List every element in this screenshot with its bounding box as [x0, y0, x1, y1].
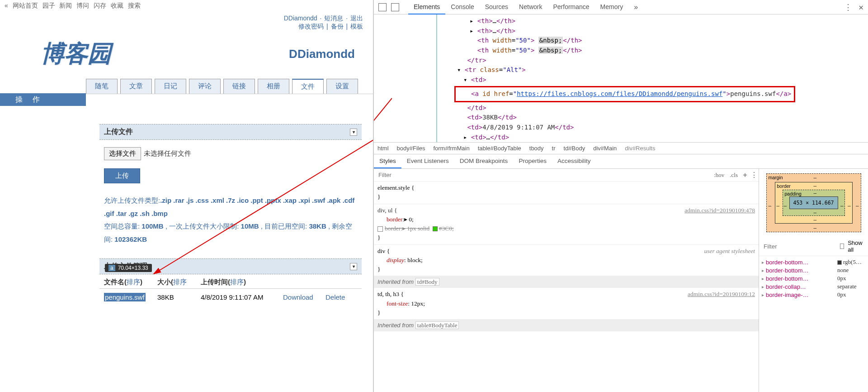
close-icon[interactable]: ✕ [859, 2, 863, 12]
styles-filter-input[interactable] [374, 169, 711, 181]
subtab-properties[interactable]: Properties [513, 154, 552, 168]
upload-panel-title: 上传文件 [104, 127, 133, 137]
tab-settings[interactable]: 设置 [326, 79, 358, 94]
elements-tree[interactable]: ▸ <th>…</th> ▸ <th>…</th> <th width="50"… [374, 14, 868, 142]
shortmsg-link[interactable]: 短消息 [324, 14, 343, 22]
changepw-link[interactable]: 修改密码 [298, 23, 324, 30]
styles-menu-icon[interactable]: ⋮ [750, 171, 759, 179]
nav-yard[interactable]: 园子 [42, 2, 55, 9]
download-link[interactable]: Download [283, 293, 313, 301]
highlighted-element-box: <a id href="https://files.cnblogs.com/fi… [454, 86, 795, 102]
subtab-a11y[interactable]: Accessibility [552, 154, 596, 168]
sort-by-size[interactable]: 排序 [173, 278, 187, 286]
file-table-header: 文件名(排序) 大小(排序 上传时间(排序) [99, 274, 362, 289]
site-logo[interactable]: 博客园 [41, 38, 111, 70]
cls-toggle[interactable]: .cls [727, 172, 741, 179]
nav-search[interactable]: 搜索 [128, 2, 141, 9]
nav-fav[interactable]: 收藏 [111, 2, 123, 9]
new-rule-button[interactable]: + [741, 171, 750, 179]
file-name-link[interactable]: penguins.swf [104, 293, 146, 301]
upload-panel-header: 上传文件 ▾ [99, 124, 362, 140]
delete-link[interactable]: Delete [326, 293, 345, 301]
dt-tab-console[interactable]: Console [445, 0, 479, 14]
choose-file-button[interactable]: 选择文件 [104, 147, 141, 160]
dt-tab-elements[interactable]: Elements [408, 0, 445, 14]
sort-by-name[interactable]: 排序 [127, 278, 140, 286]
styles-panel: :hov .cls + ⋮ element.style {} admin.css… [374, 169, 759, 392]
show-all-toggle[interactable]: Show all [840, 239, 864, 253]
styles-subtabs: Styles Event Listeners DOM Breakpoints P… [374, 154, 868, 169]
tab-comment[interactable]: 评论 [189, 79, 221, 94]
site-top-nav: « 网站首页 园子 新闻 博问 闪存 收藏 搜索 [0, 0, 373, 12]
device-toggle-icon[interactable] [391, 3, 399, 11]
tab-file[interactable]: 文件 [292, 79, 324, 94]
inspect-icon[interactable] [378, 3, 387, 11]
prop-toggle-checkbox[interactable] [377, 226, 383, 232]
operation-sidebar-header: 操作 [0, 93, 86, 106]
box-model-diagram: margin –– –– border –– –– padding –– –– … [766, 173, 861, 232]
tab-link[interactable]: 链接 [223, 79, 255, 94]
sort-by-time[interactable]: 排序 [230, 278, 244, 286]
nav-q[interactable]: 博问 [76, 2, 89, 9]
main-tabs: 随笔 文章 日记 评论 链接 相册 文件 设置 [86, 79, 373, 94]
dt-tab-performance[interactable]: Performance [547, 0, 594, 14]
tab-essay[interactable]: 随笔 [86, 79, 118, 94]
kebab-menu-icon[interactable]: ⋮ [844, 2, 852, 12]
template-link[interactable]: 模板 [350, 23, 363, 30]
username-link[interactable]: DDiamondd [284, 14, 317, 22]
computed-filter-input[interactable] [764, 243, 840, 250]
subtab-dom-bp[interactable]: DOM Breakpoints [454, 154, 514, 168]
collapse-icon[interactable]: ▾ [350, 129, 357, 136]
element-dimensions-tooltip: a 70.04×13.33 [105, 264, 152, 272]
file-time: 4/8/2019 9:11:07 AM [201, 293, 283, 301]
tab-album[interactable]: 相册 [258, 79, 289, 94]
logout-link[interactable]: 退出 [350, 14, 363, 22]
subtab-styles[interactable]: Styles [374, 154, 401, 168]
table-row: penguins.swf 38KB 4/8/2019 9:11:07 AM Do… [99, 289, 362, 306]
nav-news[interactable]: 新闻 [59, 2, 72, 9]
nav-flash[interactable]: 闪存 [94, 2, 106, 9]
computed-panel: margin –– –– border –– –– padding –– –– … [759, 169, 868, 392]
upload-info: 允许上传文件类型:.zip .rar .js .css .xml .7z .ic… [99, 192, 362, 248]
elements-breadcrumb[interactable]: html body#Files form#frmMain table#BodyT… [374, 142, 868, 154]
devtools-toolbar: Elements Console Sources Network Perform… [374, 0, 868, 14]
hov-toggle[interactable]: :hov [711, 172, 727, 179]
nav-prefix: « [5, 2, 8, 9]
dt-tab-memory[interactable]: Memory [595, 0, 629, 14]
blog-title: DDiamondd [289, 47, 359, 61]
source-link[interactable]: admin.css?id=20190109:12 [688, 290, 755, 299]
collapse-icon[interactable]: ▾ [350, 263, 357, 270]
file-size: 38KB [157, 293, 201, 301]
nav-home[interactable]: 网站首页 [13, 2, 38, 9]
no-file-label: 未选择任何文件 [144, 149, 191, 158]
backup-link[interactable]: 备份 [331, 23, 344, 30]
source-link[interactable]: admin.css?id=20190109:478 [684, 206, 755, 215]
dt-tab-more[interactable]: » [628, 0, 643, 14]
color-swatch-icon[interactable] [433, 226, 438, 231]
dt-tab-sources[interactable]: Sources [480, 0, 514, 14]
tab-article[interactable]: 文章 [120, 79, 152, 94]
tab-diary[interactable]: 日记 [155, 79, 186, 94]
dt-tab-network[interactable]: Network [514, 0, 547, 14]
upload-button[interactable]: 上传 [104, 168, 140, 183]
subtab-listeners[interactable]: Event Listeners [401, 154, 454, 168]
user-links: DDiamondd · 短消息 · 退出 修改密码 | 备份 | 模板 [0, 12, 373, 33]
